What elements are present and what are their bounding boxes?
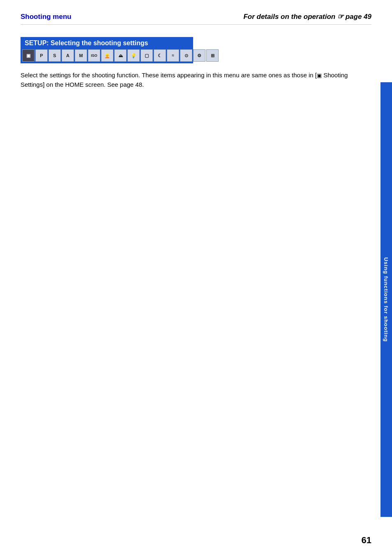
- icon-iso: ISO: [88, 49, 100, 62]
- setup-box: SETUP: Selecting the shooting settings ▣…: [21, 37, 193, 63]
- landscape-symbol: ⛰: [118, 53, 123, 58]
- icon-settings: ⚙: [193, 49, 205, 62]
- page-header: Shooting menu For details on the operati…: [21, 12, 371, 25]
- grid-symbol: ⊞: [211, 53, 214, 58]
- icon-p: P: [35, 49, 48, 62]
- iso-symbol: ISO: [91, 54, 97, 58]
- s-symbol: S: [53, 53, 56, 58]
- icon-wb: ≈: [167, 49, 179, 62]
- icon-landscape: ⛰: [114, 49, 127, 62]
- camera-symbol: ▣: [26, 53, 30, 58]
- page-container: Shooting menu For details on the operati…: [0, 0, 392, 558]
- setup-title: SETUP: Selecting the shooting settings: [21, 38, 192, 49]
- a-symbol: A: [66, 53, 69, 58]
- icon-portrait: 👱: [101, 49, 113, 62]
- side-tab: Using functions for shooting: [380, 82, 392, 517]
- twilight-symbol: 💡: [131, 53, 136, 58]
- icon-focus: ⊙: [180, 49, 192, 62]
- icon-metering: ▢: [141, 49, 153, 62]
- p-symbol: P: [40, 53, 43, 58]
- icon-s: S: [48, 49, 61, 62]
- night-symbol: ☾: [158, 53, 162, 58]
- side-tab-label: Using functions for shooting: [383, 257, 390, 342]
- icon-m: M: [75, 49, 87, 62]
- m-symbol: M: [79, 53, 83, 58]
- setup-icons-row: ▣ P S A M ISO 👱: [21, 49, 192, 63]
- icon-camera: ▣: [22, 49, 35, 62]
- description-text: Select the settings for the shooting fun…: [21, 71, 371, 89]
- icon-twilight: 💡: [127, 49, 140, 62]
- focus-symbol: ⊙: [184, 53, 188, 58]
- settings-symbol: ⚙: [197, 53, 201, 58]
- icon-grid: ⊞: [206, 49, 219, 62]
- section-title: Shooting menu: [21, 13, 71, 21]
- page-number: 61: [362, 535, 371, 546]
- wb-symbol: ≈: [172, 53, 174, 58]
- page-reference: For details on the operation ☞ page 49: [243, 12, 371, 21]
- description-content: Select the settings for the shooting fun…: [21, 72, 348, 88]
- icon-night: ☾: [154, 49, 166, 62]
- portrait-symbol: 👱: [104, 53, 110, 58]
- icon-a: A: [62, 49, 74, 62]
- metering-symbol: ▢: [145, 53, 149, 58]
